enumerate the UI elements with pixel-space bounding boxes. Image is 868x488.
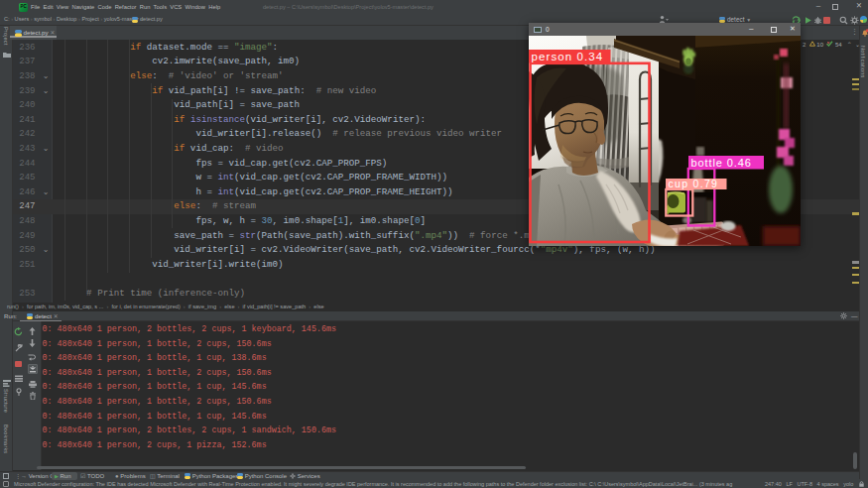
svg-text:cup 0.79: cup 0.79 xyxy=(669,178,719,189)
svg-text:person 0.34: person 0.34 xyxy=(532,51,604,62)
svg-text:bottle 0.46: bottle 0.46 xyxy=(691,157,752,169)
